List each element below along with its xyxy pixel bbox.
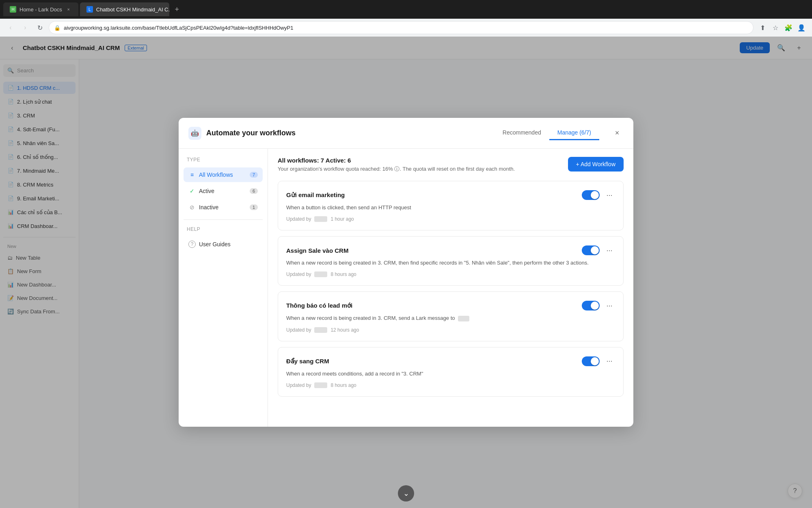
filter-inactive[interactable]: ⊘ Inactive 1 xyxy=(184,200,263,215)
workflow-2-updated-label: Updated by xyxy=(286,271,311,277)
workflow-card-1: Gửi email marketing ··· When a button is… xyxy=(278,181,624,230)
workflow-2-toggle[interactable] xyxy=(582,245,600,255)
filter-divider xyxy=(184,219,263,220)
tab-recommended[interactable]: Recommended xyxy=(495,126,549,140)
bookmark-btn[interactable]: ☆ xyxy=(770,22,781,33)
workflow-4-updated-label: Updated by xyxy=(286,382,311,388)
workflow-card-1-header: Gửi email marketing ··· xyxy=(286,189,615,201)
workflow-3-avatar xyxy=(314,327,327,333)
user-guides-icon: ? xyxy=(188,241,196,248)
nav-bar: ‹ › ↻ 🔒 aivgroupworking.sg.larksuite.com… xyxy=(0,19,812,37)
workflow-1-avatar xyxy=(314,216,327,222)
filter-active-badge: 6 xyxy=(250,188,258,194)
modal-close-btn[interactable]: × xyxy=(611,127,624,140)
all-workflows-icon: ≡ xyxy=(188,171,196,178)
tab-manage[interactable]: Manage (6/7) xyxy=(549,126,599,140)
filter-all-workflows[interactable]: ≡ All Workflows 7 xyxy=(184,167,263,182)
workflow-3-desc: When a new record is being created in 3.… xyxy=(286,315,615,322)
browser-chrome: H Home - Lark Docs × L Chatbot CSKH Mind… xyxy=(0,0,812,37)
workflow-3-updated-label: Updated by xyxy=(286,327,311,333)
tab-favicon-home: H xyxy=(10,6,16,13)
workflow-modal: 🤖 Automate your workflows Recommended Ma… xyxy=(179,118,633,427)
workflow-4-meta: Updated by 8 hours ago xyxy=(286,382,615,388)
workflow-3-time: 12 hours ago xyxy=(330,327,359,333)
modal-header: 🤖 Automate your workflows Recommended Ma… xyxy=(179,118,633,149)
workflow-card-3-header: Thông báo có lead mới ··· xyxy=(286,300,615,311)
extensions-btn[interactable]: 🧩 xyxy=(783,22,794,33)
filter-user-guides-label: User Guides xyxy=(199,241,231,247)
workflow-3-desc-text: When a new record is being created in 3.… xyxy=(286,315,455,321)
tab-chatbot[interactable]: L Chatbot CSKH Mindmaid_AI C... × xyxy=(80,2,169,16)
nav-actions: ⬆ ☆ 🧩 👤 xyxy=(757,22,807,33)
workflow-4-time: 8 hours ago xyxy=(330,382,356,388)
address-text: aivgroupworking.sg.larksuite.com/base/Tt… xyxy=(64,25,293,31)
tab-bar: H Home - Lark Docs × L Chatbot CSKH Mind… xyxy=(0,0,812,19)
workflow-1-updated-label: Updated by xyxy=(286,216,311,222)
workflow-2-avatar xyxy=(314,271,327,277)
workflow-3-meta: Updated by 12 hours ago xyxy=(286,327,615,333)
workflow-4-more[interactable]: ··· xyxy=(604,356,615,367)
workflow-1-toggle[interactable] xyxy=(582,190,600,200)
tab-favicon-chatbot: L xyxy=(86,6,93,13)
workflow-1-meta: Updated by 1 hour ago xyxy=(286,216,615,222)
modal-filter-panel: Type ≡ All Workflows 7 ✓ Active 6 ⊘ Inac… xyxy=(179,149,268,427)
workflow-1-controls: ··· xyxy=(582,189,615,201)
modal-icon: 🤖 xyxy=(188,127,201,140)
workflow-2-desc: When a new record is being created in 3.… xyxy=(286,259,615,267)
refresh-btn[interactable]: ↻ xyxy=(34,22,45,33)
workflow-2-controls: ··· xyxy=(582,245,615,256)
tab-close-home[interactable]: × xyxy=(65,6,72,13)
workflow-3-more[interactable]: ··· xyxy=(604,300,615,311)
modal-right-header: All workflows: 7 Active: 6 Your organiza… xyxy=(278,157,624,173)
workflow-card-4-header: Đẩy sang CRM ··· xyxy=(286,356,615,367)
workflow-2-time: 8 hours ago xyxy=(330,271,356,277)
workflow-2-name: Assign Sale vào CRM xyxy=(286,247,348,254)
filter-inactive-badge: 1 xyxy=(250,204,258,210)
new-tab-btn[interactable]: + xyxy=(171,3,183,15)
filter-inactive-label: Inactive xyxy=(199,204,218,211)
workflow-4-avatar xyxy=(314,382,327,388)
filter-all-label: All Workflows xyxy=(199,172,233,178)
workflow-1-desc: When a button is clicked, then send an H… xyxy=(286,204,615,211)
workflow-card-4: Đẩy sang CRM ··· When a record meets con… xyxy=(278,347,624,397)
address-bar[interactable]: 🔒 aivgroupworking.sg.larksuite.com/base/… xyxy=(49,21,754,34)
workflow-1-more[interactable]: ··· xyxy=(604,189,615,201)
workflow-3-controls: ··· xyxy=(582,300,615,311)
workflow-stats-main: All workflows: 7 Active: 6 xyxy=(278,157,515,164)
tab-home-label: Home - Lark Docs xyxy=(19,7,62,13)
modal-tabs: Recommended Manage (6/7) xyxy=(495,126,599,140)
workflow-stats: All workflows: 7 Active: 6 Your organiza… xyxy=(278,157,515,173)
active-icon: ✓ xyxy=(188,187,196,195)
workflow-card-2-header: Assign Sale vào CRM ··· xyxy=(286,245,615,256)
filter-all-badge: 7 xyxy=(250,172,258,178)
filter-user-guides[interactable]: ? User Guides xyxy=(184,237,263,252)
help-label: Help xyxy=(184,225,263,234)
workflow-3-recipient-avatar xyxy=(458,316,469,321)
filter-type-label: Type xyxy=(184,155,263,164)
tab-chatbot-label: Chatbot CSKH Mindmaid_AI C... xyxy=(96,7,169,13)
workflow-1-name: Gửi email marketing xyxy=(286,191,345,199)
workflow-3-name: Thông báo có lead mới xyxy=(286,302,352,309)
inactive-icon: ⊘ xyxy=(188,204,196,211)
workflow-4-name: Đẩy sang CRM xyxy=(286,358,329,365)
back-btn[interactable]: ‹ xyxy=(5,22,16,33)
workflow-4-desc: When a record meets conditions, add a re… xyxy=(286,370,615,378)
app-area: ‹ Chatbot CSKH Mindmaid_AI CRM External … xyxy=(0,37,812,508)
workflow-3-toggle[interactable] xyxy=(582,301,600,310)
modal-right-panel: All workflows: 7 Active: 6 Your organiza… xyxy=(268,149,633,427)
workflow-2-more[interactable]: ··· xyxy=(604,245,615,256)
forward-btn[interactable]: › xyxy=(19,22,31,33)
workflow-4-toggle[interactable] xyxy=(582,356,600,366)
profile-btn[interactable]: 👤 xyxy=(796,22,807,33)
workflow-2-meta: Updated by 8 hours ago xyxy=(286,271,615,277)
share-btn[interactable]: ⬆ xyxy=(757,22,768,33)
workflow-4-controls: ··· xyxy=(582,356,615,367)
add-workflow-btn[interactable]: + Add Workflow xyxy=(568,157,624,172)
workflow-stats-sub: Your organization's workflow quota reach… xyxy=(278,165,515,173)
tab-home[interactable]: H Home - Lark Docs × xyxy=(3,2,78,16)
workflow-card-2: Assign Sale vào CRM ··· When a new recor… xyxy=(278,236,624,286)
filter-active-label: Active xyxy=(199,188,214,194)
scroll-indicator: ⌄ xyxy=(398,485,414,501)
filter-active[interactable]: ✓ Active 6 xyxy=(184,184,263,198)
lock-icon: 🔒 xyxy=(54,25,60,31)
